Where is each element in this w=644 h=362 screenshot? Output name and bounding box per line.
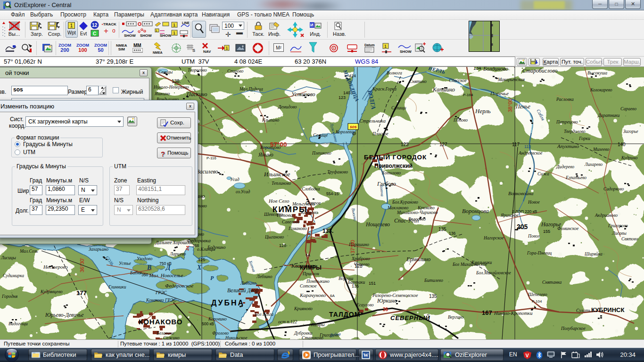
svg-text:Уходово: Уходово — [137, 256, 152, 261]
svg-text:Городня: Городня — [1, 294, 18, 299]
svg-text:Демидово: Демидово — [278, 104, 297, 109]
svg-text:Тимирязево: Тимирязево — [504, 67, 527, 68]
svg-text:Воронцова: Воронцова — [462, 208, 489, 214]
svg-text:Загорье: Загорье — [623, 129, 638, 134]
svg-text:151: 151 — [369, 281, 376, 286]
svg-text:155: 155 — [543, 229, 550, 234]
svg-text:Шепелево: Шепелево — [528, 292, 547, 297]
svg-text:24: 24 — [185, 246, 190, 251]
svg-text:134: 134 — [473, 67, 481, 71]
svg-text:И: И — [310, 23, 313, 27]
svg-text:167: 167 — [482, 309, 492, 316]
svg-text:6А: 6А — [305, 253, 310, 257]
svg-text:Николо-Неверьево: Николо-Неверьево — [153, 84, 189, 90]
svg-text:Михайлово-Чириково: Михайлово-Чириково — [396, 210, 438, 215]
svg-text:125: 125 — [272, 67, 280, 68]
svg-text:123: 123 — [401, 142, 409, 147]
svg-text:12: 12 — [92, 23, 98, 28]
svg-text:Нерль: Нерль — [475, 107, 491, 115]
svg-text:Устье: Устье — [119, 261, 132, 266]
svg-text:Остров: Остров — [305, 200, 321, 206]
svg-text:Бол Михайловское: Бол Михайловское — [452, 262, 487, 267]
svg-text:Дидерево: Дидерево — [556, 164, 574, 169]
svg-text:Макарьевская: Макарьевская — [497, 77, 525, 82]
svg-text:140: 140 — [618, 142, 626, 147]
svg-text:КУБРИНСК: КУБРИНСК — [591, 306, 624, 313]
svg-text:Стариково: Стариково — [302, 335, 323, 339]
svg-text:Волковойна: Волковойна — [508, 190, 534, 196]
svg-text:Лисицы: Лисицы — [0, 255, 16, 260]
svg-text:sos: sos — [350, 124, 357, 129]
svg-text:37°00: 37°00 — [350, 240, 355, 254]
svg-text:Мал. Новоселье: Мал. Новоселье — [149, 272, 183, 278]
svg-text:Нов Село: Нов Село — [268, 198, 289, 204]
svg-text:Битилево: Битилево — [424, 278, 443, 283]
svg-text:Волнога: Волнога — [387, 70, 402, 75]
svg-text:КИМРЫ: КИМРЫ — [272, 205, 308, 214]
svg-text:Сотское: Сотское — [300, 283, 317, 288]
svg-text:Р-104: Р-104 — [532, 299, 542, 304]
svg-text:38°00: 38°00 — [507, 99, 513, 112]
svg-text:Горки: Горки — [578, 136, 590, 141]
svg-text:Даратники: Даратники — [597, 113, 619, 118]
svg-text:Устиново: Устиново — [291, 91, 315, 98]
svg-text:ТАЛДОМ: ТАЛДОМ — [329, 311, 360, 318]
svg-text:NMEA: NMEA — [153, 51, 163, 54]
svg-text:Х: Х — [197, 264, 202, 271]
svg-text:SHOW: SHOW — [140, 33, 152, 37]
svg-text:Бол.Михайловское: Бол.Михайловское — [476, 270, 512, 275]
svg-text:Творогово: Творогово — [188, 67, 207, 73]
svg-text:Труфаново: Труфаново — [327, 169, 348, 174]
svg-text:133.: 133. — [322, 228, 333, 234]
svg-text:SHOW: SHOW — [160, 33, 171, 37]
svg-text:138.: 138. — [172, 79, 181, 84]
svg-text:Красн.Горка: Красн.Горка — [372, 86, 396, 91]
svg-text:Мал.Созь: Мал.Созь — [19, 248, 38, 254]
svg-text:Повол: Повол — [528, 233, 540, 239]
svg-text:Яшкино: Яшкино — [154, 91, 170, 96]
svg-text:177: 177 — [76, 289, 87, 296]
svg-text:Николо-Кропотки: Николо-Кропотки — [494, 311, 533, 316]
svg-text:Федоровское: Федоровское — [165, 283, 193, 288]
svg-text:Петрецово: Петрецово — [556, 119, 578, 124]
svg-text:Цыганово: Цыганово — [264, 234, 284, 239]
svg-text:113: 113 — [524, 144, 531, 149]
svg-text:Спирово: Спирово — [227, 68, 244, 74]
svg-text:LINE: LINE — [182, 21, 190, 25]
svg-text:Паскино: Паскино — [186, 91, 207, 98]
svg-text:Григорово: Григорово — [608, 223, 628, 228]
svg-text:Юрьево-Девичье: Юрьево-Девичье — [45, 312, 83, 318]
svg-text:Есаулово: Есаулово — [356, 302, 374, 307]
svg-text:Плоское: Плоское — [372, 131, 388, 136]
svg-text:Ларцево: Ларцево — [169, 251, 186, 256]
svg-text:Р-116: Р-116 — [206, 156, 216, 160]
svg-text:Великий Двор: Великий Двор — [227, 288, 258, 294]
svg-text:Савелово: Савелово — [282, 219, 300, 224]
svg-text:205: 205 — [517, 223, 528, 230]
svg-text:ДУБНА: ДУБНА — [211, 299, 245, 307]
svg-text:36°30': 36°30' — [79, 258, 85, 272]
svg-text:Плешково: Плешково — [312, 150, 331, 156]
svg-text:Сажино: Сажино — [163, 335, 180, 339]
svg-text:6А: 6А — [330, 294, 335, 298]
svg-text:Капшино: Капшино — [432, 86, 455, 93]
svg-text:СЕВЕРНЫЙ: СЕВЕРНЫЙ — [390, 314, 430, 321]
svg-text:Храброво: Храброво — [351, 256, 370, 261]
svg-text:57°00: 57°00 — [270, 141, 287, 148]
svg-text:Полубарское: Полубарское — [561, 326, 586, 331]
svg-text:Р: Р — [210, 275, 214, 281]
svg-text:Святово: Святово — [621, 236, 638, 241]
svg-text:123: 123 — [339, 95, 346, 100]
svg-text:Высокуша: Высокуша — [587, 70, 607, 75]
svg-text:Акдрианово: Акдрианово — [594, 213, 618, 218]
svg-text:ГРЭС: ГРЭС — [155, 290, 167, 295]
svg-text:Сидорково: Сидорково — [603, 186, 624, 191]
svg-text:Юркино: Юркино — [377, 297, 397, 304]
svg-text:БЕЛЫЙ ГОРОДОК: БЕЛЫЙ ГОРОДОК — [364, 154, 427, 161]
svg-text:Новое: Новое — [528, 199, 540, 205]
svg-text:Хотилово: Хотилово — [381, 170, 401, 175]
svg-text:Андреевское: Андреевское — [518, 150, 543, 156]
svg-text:NAV: NAV — [203, 49, 211, 54]
svg-text:Бол.Кураново: Бол.Кураново — [392, 199, 418, 205]
svg-text:Колокарево: Колокарево — [590, 87, 612, 92]
